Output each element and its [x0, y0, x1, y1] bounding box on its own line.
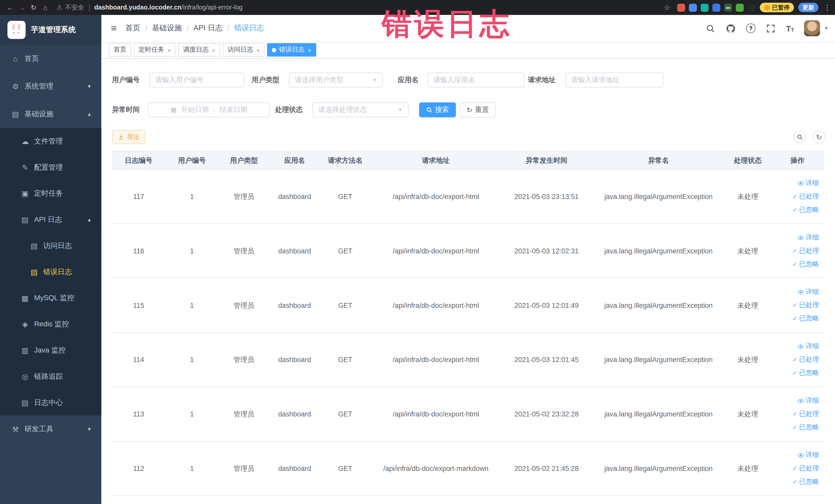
forward-button[interactable]: → — [16, 4, 28, 12]
sidebar-item[interactable]: ▤日志中心 — [0, 389, 101, 416]
action-detail[interactable]: 详细 — [797, 396, 819, 405]
action-processed[interactable]: ✓已处理 — [792, 355, 819, 364]
back-button[interactable]: ← — [4, 4, 16, 12]
close-icon[interactable]: × — [308, 47, 311, 53]
reset-button[interactable]: ↻ 重置 — [460, 102, 496, 117]
sidebar-item[interactable]: ◈Redis 监控 — [0, 311, 101, 337]
header-cell: 请求方法名 — [320, 156, 370, 165]
action-label: 已处理 — [799, 192, 819, 201]
breadcrumb-item[interactable]: API 日志 — [194, 23, 223, 33]
action-detail[interactable]: 详细 — [797, 450, 819, 460]
action-detail[interactable]: 详细 — [797, 342, 819, 351]
cell-actions: 详细✓已处理✓已忽略 — [771, 342, 824, 378]
sidebar-item[interactable]: ☁文件管理 — [0, 128, 101, 154]
tab-item[interactable]: 调度日志× — [178, 43, 220, 57]
extension-red[interactable] — [677, 4, 685, 12]
security-label[interactable]: 不安全 — [65, 3, 84, 12]
search-button[interactable]: 搜索 — [419, 102, 456, 117]
sidebar-item[interactable]: ◎链路追踪 — [0, 363, 101, 389]
app-logo[interactable]: • • 芋道管理系统 — [0, 15, 101, 45]
tab-item[interactable]: 定时任务× — [134, 43, 176, 57]
action-ignored[interactable]: ✓已忽略 — [792, 368, 819, 378]
address-bar[interactable]: dashboard.yudao.iocoder.cn/infra/log/api… — [94, 4, 661, 11]
date-range-picker[interactable]: ▦ 开始日期 - 结束日期 — [148, 102, 270, 117]
cell-exception: java.lang.IllegalArgumentException — [592, 247, 725, 255]
action-ignored[interactable]: ✓已忽略 — [792, 477, 819, 486]
action-processed[interactable]: ✓已处理 — [792, 192, 819, 201]
cell-exception: java.lang.IllegalArgumentException — [592, 464, 725, 472]
paused-badge[interactable]: 已暂停 — [760, 3, 794, 12]
fullscreen-icon[interactable] — [766, 23, 776, 33]
cell-time: 2021-05-03 12:01:45 — [501, 356, 592, 364]
action-ignored[interactable]: ✓已忽略 — [792, 423, 819, 432]
cell-user_type: 管理员 — [219, 409, 269, 419]
sidebar-item[interactable]: ⚙系统管理▼ — [0, 73, 101, 100]
browser-menu-icon[interactable]: ⋮ — [824, 4, 831, 12]
close-icon[interactable]: × — [257, 47, 260, 53]
tab-item[interactable]: 访问日志× — [223, 43, 265, 57]
action-ignored[interactable]: ✓已忽略 — [792, 205, 819, 215]
chevron-down-icon[interactable]: ▾ — [825, 26, 827, 31]
action-processed[interactable]: ✓已处理 — [792, 301, 819, 310]
extension-on-switch[interactable]: on — [724, 4, 732, 12]
user-type-select[interactable]: 请选择用户类型▼ — [289, 73, 383, 87]
tab-active[interactable]: 错误日志× — [267, 43, 316, 57]
extension-teal[interactable] — [700, 4, 709, 12]
action-ignored[interactable]: ✓已忽略 — [792, 314, 819, 323]
tab-label: 首页 — [114, 45, 126, 55]
check-icon: ✓ — [792, 315, 797, 322]
action-detail[interactable]: 详细 — [797, 233, 819, 242]
chevron-down-icon: ▼ — [87, 427, 92, 432]
action-ignored[interactable]: ✓已忽略 — [792, 260, 819, 269]
action-label: 已忽略 — [799, 368, 819, 378]
action-processed[interactable]: ✓已处理 — [792, 464, 819, 473]
user-id-input[interactable]: 请输入用户编号 — [149, 73, 244, 87]
toggle-search-button[interactable] — [793, 131, 806, 143]
font-size-icon[interactable]: TT — [786, 24, 794, 33]
export-button[interactable]: 导出 — [112, 130, 145, 144]
sidebar-item[interactable]: ▦MySQL 监控 — [0, 285, 101, 311]
sidebar-item[interactable]: ⚒研发工具▼ — [0, 416, 101, 443]
home-button[interactable]: ⌂ — [40, 4, 51, 12]
sidebar-item[interactable]: ▤错误日志 — [0, 259, 101, 285]
breadcrumb-item[interactable]: 基础设施 — [152, 23, 182, 33]
tab-item[interactable]: 首页 — [109, 43, 131, 57]
close-icon[interactable]: × — [212, 47, 216, 53]
action-detail[interactable]: 详细 — [797, 287, 819, 297]
sidebar-item[interactable]: ⌂首页 — [0, 45, 101, 73]
process-status-select[interactable]: 请选择处理状态▼ — [312, 102, 408, 117]
extension-blue-grid[interactable] — [712, 4, 720, 12]
tools-icon: ⚒ — [11, 425, 20, 434]
action-processed[interactable]: ✓已处理 — [792, 246, 819, 256]
action-processed[interactable]: ✓已处理 — [792, 409, 819, 419]
breadcrumb-item[interactable]: 首页 — [125, 23, 140, 33]
cell-user_id: 1 — [165, 247, 219, 255]
header-cell: 异常名 — [592, 156, 725, 165]
search-icon[interactable] — [706, 23, 716, 33]
action-detail[interactable]: 详细 — [797, 179, 819, 188]
update-button[interactable]: 更新 — [798, 3, 819, 12]
extension-blue-drop[interactable] — [689, 4, 697, 12]
end-date-placeholder: 结束日期 — [220, 105, 247, 115]
close-icon[interactable]: × — [167, 47, 171, 53]
sidebar-item[interactable]: ▤基础设施▲ — [0, 100, 101, 128]
sidebar-item[interactable]: ▥Java 监控 — [0, 337, 101, 363]
sidebar-item[interactable]: ▣定时任务 — [0, 180, 101, 206]
sidebar-item[interactable]: ▤API 日志▲ — [0, 206, 101, 233]
refresh-table-button[interactable]: ↻ — [813, 131, 826, 143]
help-icon[interactable]: ? — [746, 23, 755, 33]
hamburger-icon[interactable]: ≡ — [101, 22, 125, 34]
cell-time: 2021-05-03 23:13:51 — [501, 193, 592, 201]
extension-green[interactable] — [736, 4, 744, 12]
extension-dark[interactable] — [748, 4, 755, 12]
app-name-input[interactable]: 请输入应用名 — [428, 73, 525, 87]
bookmark-star-icon[interactable]: ☆ — [661, 4, 673, 12]
github-icon[interactable] — [726, 23, 736, 33]
avatar[interactable] — [804, 20, 820, 36]
sidebar-item[interactable]: ✎配置管理 — [0, 154, 101, 180]
request-url-input[interactable]: 请输入请求地址 — [565, 73, 664, 87]
reload-button[interactable]: ↻ — [28, 4, 40, 12]
cell-method: GET — [320, 410, 370, 418]
sidebar-item[interactable]: ▤访问日志 — [0, 233, 101, 259]
gear-icon: ⚙ — [11, 82, 20, 90]
